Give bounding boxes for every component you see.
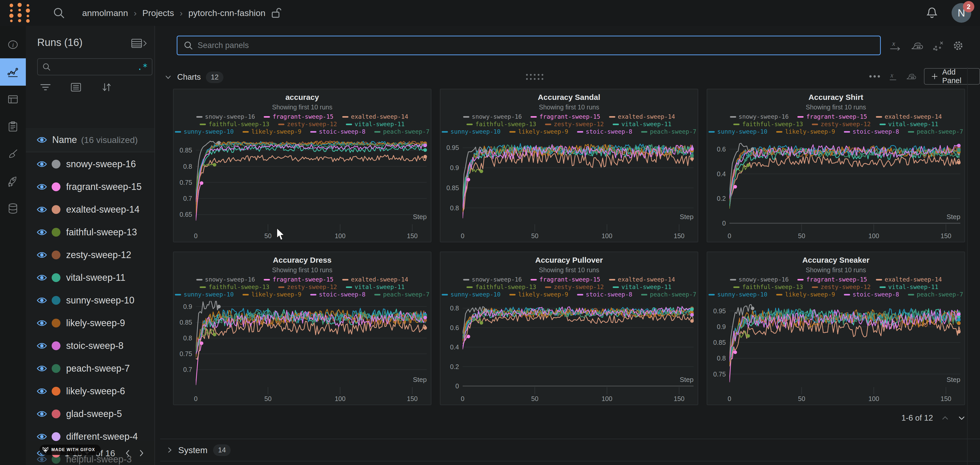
legend-item[interactable]: faithful-sweep-13 [466,121,536,128]
filter-icon[interactable] [40,83,51,92]
legend-item[interactable]: exalted-sweep-14 [609,276,675,283]
regex-toggle-icon[interactable]: .* [137,62,148,72]
legend-item[interactable]: faithful-sweep-13 [200,121,269,128]
run-name[interactable]: fragrant-sweep-15 [66,181,142,192]
sort-icon[interactable] [101,82,112,92]
visibility-eye-icon[interactable] [37,160,47,168]
visibility-eye-icon[interactable] [37,251,47,259]
charts-section-header[interactable]: Charts 12 [164,69,223,86]
legend-item[interactable]: likely-sweep-9 [776,291,835,298]
legend-item[interactable]: zesty-sweep-12 [812,283,871,291]
legend-item[interactable]: exalted-sweep-14 [876,276,942,283]
visibility-eye-icon[interactable] [37,319,47,327]
legend-item[interactable]: faithful-sweep-13 [200,283,269,291]
section-drag-handle-icon[interactable] [525,72,544,81]
chart-panel[interactable]: Accuracy PulloverShowing first 10 runssn… [440,252,698,405]
legend-item[interactable]: vital-sweep-11 [880,121,939,128]
page-up-icon[interactable] [941,415,950,421]
sidebar-item-launch[interactable] [0,168,26,195]
legend-item[interactable]: fragrant-sweep-15 [797,113,867,121]
settings-gear-icon[interactable] [952,39,964,52]
run-row[interactable]: fragrant-sweep-15 [26,176,154,198]
chart-plot[interactable]: 0.650.70.750.80.85050100150Step [173,135,431,242]
legend-item[interactable]: stoic-sweep-8 [577,291,632,298]
run-row[interactable]: peach-sweep-7 [26,357,154,380]
legend-item[interactable]: sunny-sweep-10 [708,291,767,298]
visibility-eye-icon[interactable] [37,206,47,213]
legend-item[interactable]: fragrant-sweep-15 [264,276,333,283]
legend-item[interactable]: peach-sweep-7 [908,291,963,298]
legend-item[interactable]: snowy-sweep-16 [196,276,255,283]
visibility-eye-icon[interactable] [37,274,47,281]
legend-item[interactable]: exalted-sweep-14 [609,113,675,121]
legend-item[interactable]: peach-sweep-7 [374,291,430,298]
run-name[interactable]: snowy-sweep-16 [66,159,136,170]
legend-item[interactable]: faithful-sweep-13 [733,121,803,128]
run-name[interactable]: faithful-sweep-13 [66,227,137,238]
run-row[interactable]: likely-sweep-9 [26,312,154,335]
legend-item[interactable]: stoic-sweep-8 [310,291,366,298]
legend-item[interactable]: peach-sweep-7 [908,128,963,135]
x-axis-icon[interactable]: x [889,39,902,52]
chart-plot[interactable]: 00.20.40.60.8050100150Step [441,298,698,405]
run-name[interactable]: glad-sweep-5 [66,408,122,419]
run-row[interactable]: faithful-sweep-13 [26,221,154,244]
run-name[interactable]: likely-sweep-9 [66,317,125,329]
legend-item[interactable]: zesty-sweep-12 [545,283,604,291]
chart-plot[interactable]: 00.20.40.6050100150Step [707,135,965,242]
legend-item[interactable]: fragrant-sweep-15 [797,276,867,283]
chart-plot[interactable]: 0.80.850.90.95050100150Step [441,135,698,242]
smoothing-iron-icon[interactable] [910,40,923,52]
legend-item[interactable]: vital-sweep-11 [346,121,405,128]
runs-header-row[interactable]: Name (16 visualized) [26,128,154,152]
sidebar-item-sweeps[interactable] [0,140,26,168]
system-section-header[interactable]: System 14 [160,439,980,461]
legend-item[interactable]: likely-sweep-9 [776,128,835,135]
legend-item[interactable]: snowy-sweep-16 [463,276,522,283]
chart-panel[interactable]: Accuracy DressShowing first 10 runssnowy… [173,252,431,405]
legend-item[interactable]: vital-sweep-11 [613,283,671,291]
legend-item[interactable]: likely-sweep-9 [243,128,301,135]
legend-item[interactable]: sunny-sweep-10 [175,291,234,298]
legend-item[interactable]: sunny-sweep-10 [175,128,234,135]
legend-item[interactable]: faithful-sweep-13 [466,283,536,291]
legend-item[interactable]: fragrant-sweep-15 [264,113,333,121]
wandb-logo-icon[interactable] [7,2,32,24]
breadcrumb-project-name[interactable]: pytorch-cnn-fashion [188,8,266,18]
notifications-bell-icon[interactable] [926,6,938,19]
legend-item[interactable]: zesty-sweep-12 [812,121,871,128]
legend-item[interactable]: exalted-sweep-14 [342,276,408,283]
visibility-eye-icon[interactable] [37,229,47,236]
outliers-icon[interactable] [932,39,943,52]
panel-search-input[interactable] [197,41,874,50]
global-search-icon[interactable] [52,6,65,20]
chart-panel[interactable]: Accuracy SandalShowing first 10 runssnow… [440,89,698,242]
legend-item[interactable]: sunny-sweep-10 [442,128,501,135]
legend-item[interactable]: vital-sweep-11 [346,283,405,291]
visibility-eye-icon[interactable] [37,183,47,191]
run-row[interactable]: zesty-sweep-12 [26,244,154,266]
sidebar-item-artifacts[interactable] [0,195,26,222]
legend-item[interactable]: zesty-sweep-12 [545,121,604,128]
chart-panel[interactable]: Accuracy ShirtShowing first 10 runssnowy… [707,89,965,242]
sidebar-item-overview[interactable]: i [0,31,26,58]
visibility-eye-icon[interactable] [37,410,47,418]
runs-search-input[interactable] [51,62,135,71]
more-options-icon[interactable] [869,74,881,79]
run-name[interactable]: sunny-sweep-10 [66,295,134,306]
sidebar-item-runs-table[interactable] [0,86,26,113]
run-name[interactable]: vital-sweep-11 [66,272,125,283]
group-list-icon[interactable] [70,83,82,92]
visibility-eye-icon[interactable] [37,342,47,350]
legend-item[interactable]: likely-sweep-9 [243,291,301,298]
legend-item[interactable]: sunny-sweep-10 [442,291,501,298]
run-row[interactable]: vital-sweep-11 [26,266,154,289]
visibility-all-eye-icon[interactable] [37,136,47,144]
legend-item[interactable]: stoic-sweep-8 [310,128,366,135]
run-name[interactable]: peach-sweep-7 [66,363,130,374]
legend-item[interactable]: likely-sweep-9 [509,128,568,135]
sidebar-item-workspace[interactable] [0,58,26,86]
legend-item[interactable]: peach-sweep-7 [641,291,696,298]
legend-item[interactable]: peach-sweep-7 [641,128,696,135]
legend-item[interactable]: vital-sweep-11 [613,121,671,128]
